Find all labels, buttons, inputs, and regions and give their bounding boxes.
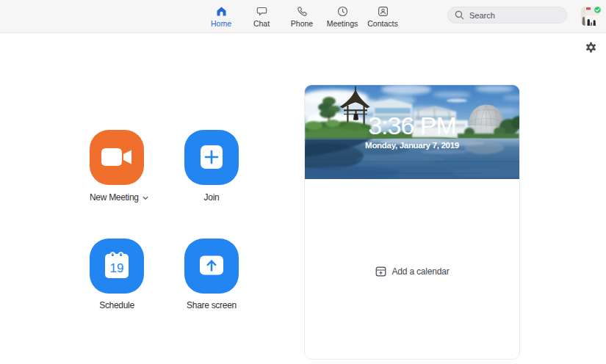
svg-text:19: 19 (110, 261, 124, 275)
